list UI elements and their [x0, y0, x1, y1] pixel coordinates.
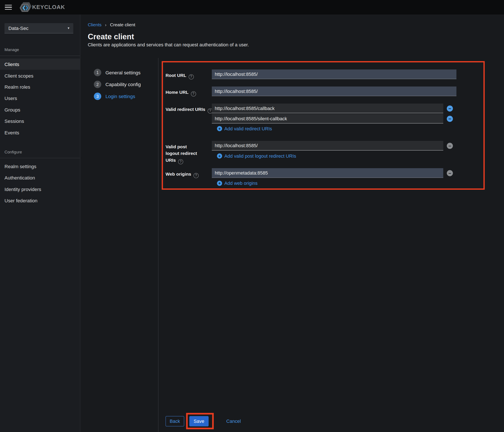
back-button[interactable]: Back [165, 416, 184, 426]
page-subtitle: Clients are applications and services th… [88, 42, 249, 47]
root-url-label: Root URL? [165, 72, 217, 79]
valid-post-logout-redirect-uri-input[interactable] [212, 141, 443, 150]
plus-circle-icon: + [217, 181, 222, 186]
home-url-input[interactable] [212, 87, 456, 96]
sidebar-item-user-federation[interactable]: User federation [0, 195, 80, 206]
help-icon[interactable]: ? [191, 91, 196, 96]
breadcrumb: Clients › Create client [88, 22, 135, 27]
plus-circle-icon: + [217, 126, 222, 131]
sidebar-item-sessions[interactable]: Sessions [0, 115, 80, 127]
wizard-step-general-settings[interactable]: 1 General settings [94, 69, 141, 76]
configure-nav: Realm settings Authentication Identity p… [0, 158, 80, 206]
add-web-origins-link[interactable]: + Add web origins [217, 181, 258, 186]
sidebar-item-realm-roles[interactable]: Realm roles [0, 81, 80, 92]
sidebar-item-users[interactable]: Users [0, 93, 80, 104]
keycloak-logo: KEYCLOAK [19, 1, 65, 14]
sidebar: Data-Sec ▾ Manage Clients Client scopes … [0, 15, 80, 432]
step-label: Login settings [106, 93, 135, 99]
realm-selector[interactable]: Data-Sec ▾ [4, 23, 73, 33]
minus-circle-icon[interactable]: − [447, 106, 453, 112]
page-title: Create client [88, 32, 134, 41]
wizard-step-login-settings[interactable]: 3 Login settings [94, 92, 135, 100]
menu-icon[interactable] [3, 2, 14, 12]
step-label: General settings [106, 70, 141, 75]
panel-divider [158, 58, 159, 432]
sidebar-item-clients[interactable]: Clients [0, 59, 80, 70]
sidebar-item-groups[interactable]: Groups [0, 104, 80, 115]
web-origins-input[interactable] [212, 168, 443, 178]
chevron-right-icon: › [105, 22, 107, 27]
breadcrumb-current: Create client [110, 22, 135, 27]
web-origins-label: Web origins? [165, 171, 217, 178]
nav-section-manage: Manage [4, 48, 80, 53]
step-number: 3 [94, 92, 101, 100]
help-icon[interactable]: ? [178, 159, 183, 164]
wizard-step-capability-config[interactable]: 2 Capability config [94, 81, 141, 88]
keycloak-logo-icon [19, 1, 31, 14]
minus-circle-icon[interactable]: − [447, 116, 453, 122]
save-button[interactable]: Save [189, 416, 209, 426]
sidebar-item-authentication[interactable]: Authentication [0, 172, 80, 183]
brand-text: KEYCLOAK [32, 4, 65, 11]
top-bar: KEYCLOAK [0, 0, 504, 15]
valid-redirect-uri-input-1[interactable] [212, 104, 443, 113]
add-valid-redirect-uris-link[interactable]: + Add valid redirect URIs [217, 126, 272, 131]
sidebar-item-identity-providers[interactable]: Identity providers [0, 184, 80, 195]
add-valid-post-logout-redirect-uris-link[interactable]: + Add valid post logout redirect URIs [217, 153, 296, 158]
minus-circle-icon[interactable]: − [447, 143, 453, 149]
sidebar-item-realm-settings[interactable]: Realm settings [0, 161, 80, 172]
home-url-label: Home URL? [165, 89, 217, 96]
sidebar-item-client-scopes[interactable]: Client scopes [0, 70, 80, 81]
root-url-input[interactable] [212, 69, 456, 79]
valid-redirect-uri-input-2[interactable] [212, 114, 443, 123]
step-label: Capability config [106, 82, 141, 87]
nav-section-configure: Configure [4, 150, 80, 155]
plus-circle-icon: + [217, 153, 222, 158]
help-icon[interactable]: ? [193, 173, 199, 178]
valid-redirect-uris-label: Valid redirect URIs? [165, 106, 217, 113]
cancel-link[interactable]: Cancel [226, 419, 241, 424]
minus-circle-icon[interactable]: − [447, 170, 453, 176]
sidebar-item-events[interactable]: Events [0, 127, 80, 138]
help-icon[interactable]: ? [189, 74, 194, 79]
keycloak-admin-console: KEYCLOAK Data-Sec ▾ Manage Clients Clien… [0, 0, 504, 432]
step-number: 1 [94, 69, 101, 76]
step-number: 2 [94, 81, 101, 88]
chevron-down-icon: ▾ [68, 26, 69, 30]
realm-name: Data-Sec [8, 25, 28, 31]
breadcrumb-clients-link[interactable]: Clients [88, 22, 101, 27]
manage-nav: Clients Client scopes Realm roles Users … [0, 56, 80, 138]
valid-post-logout-redirect-uris-label: Valid post logout redirect URIs? [165, 143, 202, 164]
